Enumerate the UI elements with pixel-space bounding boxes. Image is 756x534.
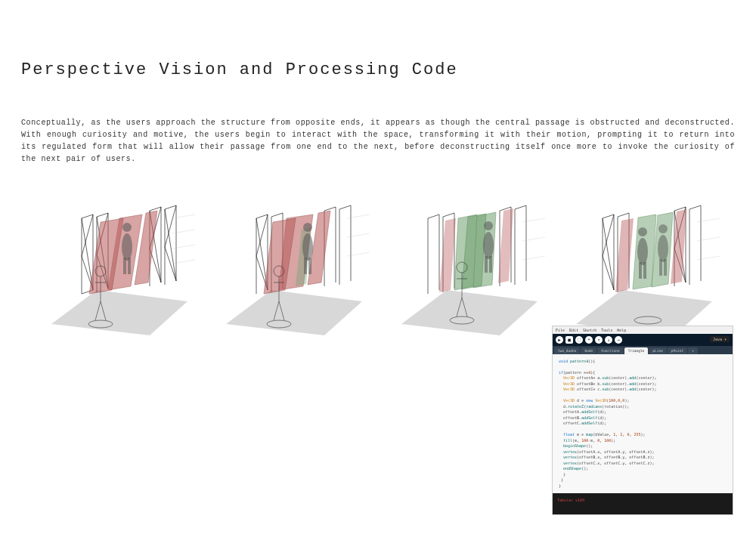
page-title: Perspective Vision and Processing Code — [21, 60, 735, 79]
tab-ppoint[interactable]: pPoint — [668, 347, 687, 354]
menu-edit[interactable]: Edit — [569, 328, 578, 332]
mode-selector[interactable]: Java ▾ — [710, 336, 730, 342]
diagram-row — [21, 196, 735, 339]
svg-line-40 — [522, 218, 545, 222]
processing-ide: File Edit Sketch Tools Help ▶ ■ ⬚ ＋ ↑ ↓ … — [552, 326, 733, 516]
stop-button[interactable]: ■ — [565, 336, 573, 344]
svg-rect-21 — [304, 258, 307, 274]
svg-point-34 — [484, 221, 493, 230]
svg-point-4 — [122, 223, 132, 232]
svg-point-19 — [303, 223, 312, 232]
ide-console: Tabular v109 — [553, 493, 733, 514]
svg-point-20 — [302, 233, 313, 261]
svg-line-26 — [347, 233, 370, 237]
run-button[interactable]: ▶ — [556, 336, 563, 344]
svg-line-12 — [172, 245, 195, 248]
svg-marker-0 — [51, 290, 187, 335]
svg-rect-6 — [123, 258, 126, 274]
svg-line-59 — [697, 256, 720, 260]
svg-point-52 — [658, 224, 668, 233]
ide-code-editor[interactable]: void pattern4(){ if(pattern ==4){ Vec3D … — [553, 354, 733, 494]
svg-line-42 — [522, 256, 545, 260]
svg-line-27 — [347, 252, 370, 256]
menu-tools[interactable]: Tools — [601, 328, 612, 332]
svg-marker-28 — [401, 290, 538, 335]
svg-rect-37 — [489, 256, 492, 273]
tab-triangle[interactable]: Triangle — [624, 347, 649, 354]
svg-point-48 — [638, 227, 647, 236]
svg-line-58 — [697, 237, 720, 241]
tab-functions[interactable]: Functions — [597, 347, 623, 354]
svg-rect-7 — [128, 258, 131, 274]
svg-rect-55 — [664, 259, 667, 276]
diagram-1 — [36, 196, 195, 339]
svg-line-25 — [347, 215, 370, 218]
svg-point-35 — [483, 232, 494, 259]
export-button[interactable]: → — [615, 336, 622, 344]
svg-marker-32 — [439, 218, 456, 292]
new-button[interactable]: ＋ — [585, 336, 593, 344]
body-paragraph: Conceptually, as the users approach the … — [21, 117, 735, 165]
ide-menubar[interactable]: File Edit Sketch Tools Help — [553, 326, 733, 334]
svg-rect-54 — [659, 259, 662, 276]
ide-tabs: two_dudes Dude Functions Triangle pLine … — [553, 346, 733, 354]
diagram-2 — [211, 196, 370, 339]
save-button[interactable]: ↓ — [605, 336, 612, 344]
svg-line-41 — [522, 237, 545, 241]
tab-two-dudes[interactable]: two_dudes — [554, 347, 580, 354]
open-button[interactable]: ↑ — [595, 336, 603, 344]
menu-file[interactable]: File — [556, 328, 565, 332]
debug-button[interactable]: ⬚ — [575, 336, 583, 344]
svg-marker-46 — [615, 218, 634, 292]
svg-rect-50 — [639, 262, 642, 279]
svg-line-11 — [172, 230, 195, 233]
svg-rect-36 — [485, 256, 488, 273]
svg-line-13 — [172, 260, 195, 264]
svg-line-10 — [172, 215, 195, 218]
svg-point-49 — [637, 238, 648, 265]
svg-point-5 — [122, 233, 132, 261]
menu-help[interactable]: Help — [617, 328, 626, 332]
menu-sketch[interactable]: Sketch — [583, 328, 596, 332]
svg-line-57 — [697, 218, 720, 222]
tab-dropdown-icon[interactable]: ▾ — [688, 347, 698, 354]
tab-pline[interactable]: pLine — [649, 347, 667, 354]
svg-rect-22 — [308, 258, 311, 274]
diagram-4 — [561, 196, 720, 339]
tab-dude[interactable]: Dude — [581, 347, 596, 354]
svg-point-53 — [658, 235, 668, 262]
svg-marker-14 — [226, 290, 362, 335]
ide-toolbar: ▶ ■ ⬚ ＋ ↑ ↓ → Java ▾ — [553, 334, 733, 346]
diagram-3 — [386, 196, 545, 339]
svg-rect-51 — [643, 262, 646, 279]
